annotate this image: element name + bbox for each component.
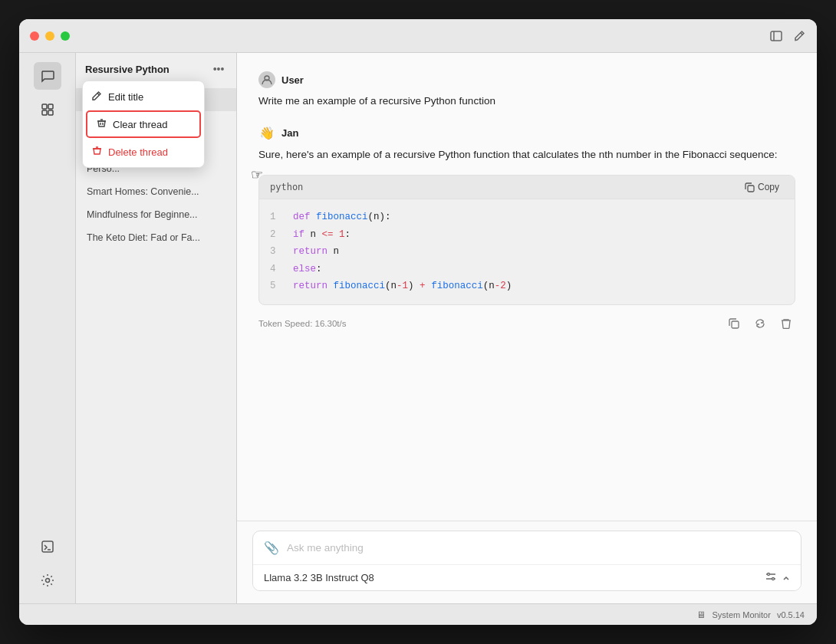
clear-icon xyxy=(97,118,107,130)
user-message-1: User Write me an example of a recursive … xyxy=(258,71,795,110)
assistant-message-header: 👋 Jan xyxy=(258,125,795,142)
sidebar xyxy=(19,53,76,603)
svg-rect-6 xyxy=(48,110,53,115)
sidebar-bottom xyxy=(34,533,61,594)
main-window: Resursive Python ••• Edit title xyxy=(19,19,817,625)
copy-message-button[interactable] xyxy=(725,314,743,333)
copy-label: Copy xyxy=(758,182,779,192)
delete-message-button[interactable] xyxy=(777,314,795,333)
chat-input[interactable]: Ask me anything xyxy=(287,542,790,554)
context-menu-delete-thread[interactable]: Delete thread xyxy=(83,140,204,164)
copy-button[interactable]: Copy xyxy=(740,180,784,194)
svg-line-2 xyxy=(800,33,802,35)
monitor-icon: 🖥 xyxy=(696,610,706,620)
delete-icon xyxy=(92,146,102,158)
code-line-3: 3 return n xyxy=(270,243,784,261)
context-menu-edit-title[interactable]: Edit title xyxy=(83,84,204,109)
attach-icon[interactable]: 📎 xyxy=(264,540,279,555)
titlebar-icons xyxy=(769,29,806,43)
thread-panel: Resursive Python ••• Edit title xyxy=(76,53,237,603)
assistant-avatar: 👋 xyxy=(258,125,275,142)
svg-rect-5 xyxy=(42,110,47,115)
context-menu: Edit title Clear thread xyxy=(82,80,205,168)
code-content: 1 def fibonacci(n): 2 if n <= 1: 3 retur… xyxy=(259,199,795,304)
sidebar-item-grid[interactable] xyxy=(34,96,61,123)
svg-rect-0 xyxy=(771,31,782,41)
user-name: User xyxy=(281,74,304,86)
status-bar: 🖥 System Monitor v0.5.14 xyxy=(19,603,817,625)
version-label: v0.5.14 xyxy=(777,610,805,619)
compose-icon[interactable] xyxy=(792,29,806,43)
assistant-message-1: 👋 Jan Sure, here's an example of a recur… xyxy=(258,125,795,337)
regenerate-button[interactable] xyxy=(751,314,769,333)
svg-point-22 xyxy=(768,573,770,576)
input-field: 📎 Ask me anything xyxy=(253,531,801,564)
model-settings-icon[interactable] xyxy=(765,571,776,584)
edit-icon xyxy=(92,90,102,103)
thread-title: Resursive Python xyxy=(85,64,170,75)
thread-menu-button[interactable]: ••• xyxy=(210,61,227,77)
user-avatar xyxy=(258,71,275,88)
user-message-header: User xyxy=(258,71,795,88)
clear-thread-label: Clear thread xyxy=(113,119,168,130)
token-speed-text: Token Speed: 16.30t/s xyxy=(258,319,346,328)
token-speed-row: Token Speed: 16.30t/s xyxy=(258,310,795,337)
message-actions xyxy=(725,314,795,333)
svg-rect-3 xyxy=(42,104,47,109)
code-line-1: 1 def fibonacci(n): xyxy=(270,209,784,226)
code-language: python xyxy=(270,182,303,192)
model-name: Llama 3.2 3B Instruct Q8 xyxy=(264,572,374,583)
user-message-text: Write me an example of a recursive Pytho… xyxy=(258,93,795,110)
code-block: python Copy 1 xyxy=(258,175,795,305)
sidebar-toggle-icon[interactable] xyxy=(769,29,783,43)
assistant-message-text: Sure, here's an example of a recursive P… xyxy=(258,146,795,163)
thread-item-6[interactable]: Mindfulness for Beginne... xyxy=(76,203,236,226)
assistant-name: Jan xyxy=(281,127,298,139)
sidebar-item-settings[interactable] xyxy=(34,567,61,594)
system-monitor-label[interactable]: System Monitor xyxy=(712,610,770,619)
model-controls xyxy=(765,571,790,584)
code-line-4: 4 else: xyxy=(270,261,784,278)
svg-point-9 xyxy=(45,579,49,583)
context-menu-clear-thread[interactable]: Clear thread xyxy=(86,110,201,138)
model-collapse-icon[interactable] xyxy=(782,572,790,584)
svg-line-10 xyxy=(97,94,100,96)
code-line-2: 2 if n <= 1: xyxy=(270,226,784,244)
main-content: Resursive Python ••• Edit title xyxy=(19,53,817,603)
model-selector: Llama 3.2 3B Instruct Q8 xyxy=(253,564,801,590)
code-line-5: 5 return fibonacci(n-1) + fibonacci(n-2) xyxy=(270,278,784,295)
delete-thread-label: Delete thread xyxy=(108,146,168,158)
svg-rect-7 xyxy=(42,541,53,552)
sidebar-item-chat[interactable] xyxy=(34,62,61,90)
svg-rect-4 xyxy=(48,104,53,109)
chat-messages: User Write me an example of a recursive … xyxy=(237,53,817,521)
thread-item-5[interactable]: Smart Homes: Convenie... xyxy=(76,180,236,203)
titlebar xyxy=(19,19,817,53)
minimize-button[interactable] xyxy=(45,31,54,41)
svg-rect-19 xyxy=(732,321,739,328)
code-header: python Copy xyxy=(259,176,795,199)
sidebar-item-terminal[interactable] xyxy=(34,533,61,560)
svg-rect-18 xyxy=(748,186,754,192)
thread-item-7[interactable]: The Keto Diet: Fad or Fa... xyxy=(76,226,236,249)
svg-point-23 xyxy=(772,578,775,580)
close-button[interactable] xyxy=(30,31,39,41)
edit-title-label: Edit title xyxy=(108,91,143,103)
chat-input-area: 📎 Ask me anything Llama 3.2 3B Instruct … xyxy=(237,521,817,603)
maximize-button[interactable] xyxy=(61,31,70,41)
chat-panel: User Write me an example of a recursive … xyxy=(237,53,817,603)
input-box: 📎 Ask me anything Llama 3.2 3B Instruct … xyxy=(252,531,801,591)
